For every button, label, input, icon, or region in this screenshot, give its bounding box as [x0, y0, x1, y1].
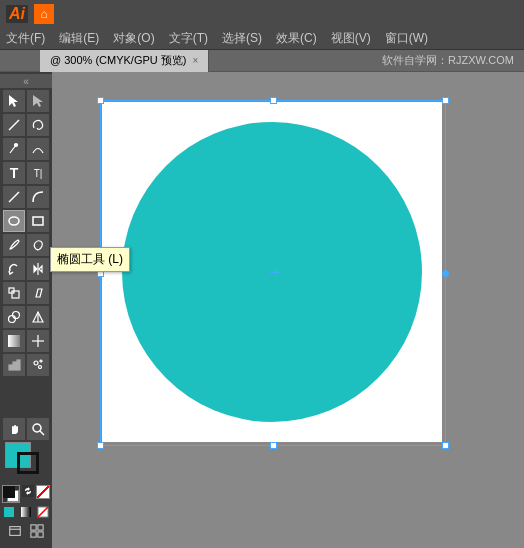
circle-shape[interactable]: [122, 122, 422, 422]
blob-brush-tool-button[interactable]: [27, 234, 49, 256]
reflect-tool-button[interactable]: [27, 258, 49, 280]
magic-wand-tool-button[interactable]: [3, 114, 25, 136]
svg-rect-30: [21, 507, 31, 517]
svg-line-3: [17, 120, 19, 122]
arrange-documents-button[interactable]: [28, 522, 46, 540]
menu-select[interactable]: 选择(S): [222, 30, 262, 47]
tab-label: @ 300% (CMYK/GPU 预览): [50, 53, 186, 68]
menu-window[interactable]: 窗口(W): [385, 30, 428, 47]
gradient-fill-button[interactable]: [19, 505, 33, 519]
type-tool-button[interactable]: T: [3, 162, 25, 184]
svg-point-24: [34, 361, 38, 365]
svg-line-5: [9, 192, 19, 202]
menu-edit[interactable]: 编辑(E): [59, 30, 99, 47]
svg-rect-29: [4, 507, 14, 517]
toolbar-bottom: [0, 418, 52, 546]
line-segment-tool-button[interactable]: [3, 186, 25, 208]
menu-view[interactable]: 视图(V): [331, 30, 371, 47]
tool-row-12: [0, 354, 52, 376]
default-colors-button[interactable]: [2, 485, 20, 503]
left-toolbar: « T: [0, 72, 52, 548]
app-logo: Ai: [6, 5, 28, 23]
menu-bar: 文件(F) 编辑(E) 对象(O) 文字(T) 选择(S) 效果(C) 视图(V…: [0, 28, 524, 50]
zoom-tool-button[interactable]: [27, 418, 49, 440]
svg-marker-10: [39, 266, 42, 272]
tool-row-4: T T|: [0, 162, 52, 184]
menu-file[interactable]: 文件(F): [6, 30, 45, 47]
shape-builder-tool-button[interactable]: [3, 306, 25, 328]
fill-stroke-area: [3, 442, 49, 484]
canvas-area[interactable]: [52, 72, 524, 548]
tab-close-button[interactable]: ×: [192, 55, 198, 66]
home-icon[interactable]: ⌂: [34, 4, 54, 24]
scale-tool-button[interactable]: [3, 282, 25, 304]
shear-tool-button[interactable]: [27, 282, 49, 304]
paintbrush-tool-button[interactable]: [3, 234, 25, 256]
swap-colors-button[interactable]: [22, 485, 34, 497]
tool-row-5: [0, 186, 52, 208]
touch-type-tool-button[interactable]: T|: [27, 162, 49, 184]
svg-rect-7: [33, 217, 43, 225]
rectangle-tool-button[interactable]: [27, 210, 49, 232]
toolbar-collapse-button[interactable]: «: [0, 74, 52, 88]
graph-tool-button[interactable]: [3, 354, 25, 376]
pen-tool-button[interactable]: [3, 138, 25, 160]
active-tab[interactable]: @ 300% (CMYK/GPU 预览) ×: [40, 50, 209, 72]
tool-row-1: [0, 90, 52, 112]
menu-effect[interactable]: 效果(C): [276, 30, 317, 47]
svg-rect-22: [13, 362, 16, 370]
svg-rect-11: [12, 291, 19, 298]
svg-line-28: [40, 431, 44, 435]
svg-point-27: [33, 424, 41, 432]
color-mode-row: [2, 505, 50, 519]
perspective-grid-tool-button[interactable]: [27, 306, 49, 328]
ellipse-tool-button[interactable]: [3, 210, 25, 232]
svg-rect-33: [10, 527, 21, 536]
svg-point-15: [13, 312, 20, 319]
svg-point-4: [15, 144, 18, 147]
rotate-tool-button[interactable]: [3, 258, 25, 280]
none-fill-button[interactable]: [36, 505, 50, 519]
tool-row-7: [0, 234, 52, 256]
direct-selection-tool-button[interactable]: [27, 90, 49, 112]
tool-row-6: [0, 210, 52, 232]
selection-tool-button[interactable]: [3, 90, 25, 112]
svg-line-2: [9, 122, 17, 130]
bw-row: [2, 485, 50, 503]
svg-rect-36: [38, 525, 43, 530]
tool-row-8: [0, 258, 52, 280]
change-screen-mode-button[interactable]: [6, 522, 24, 540]
svg-marker-9: [34, 266, 37, 272]
main-layout: « T: [0, 72, 524, 548]
stroke-color-box[interactable]: [17, 452, 39, 474]
tool-row-11: [0, 330, 52, 352]
symbol-sprayer-tool-button[interactable]: [27, 354, 49, 376]
lasso-tool-button[interactable]: [27, 114, 49, 136]
svg-rect-18: [8, 335, 20, 347]
tab-bar: @ 300% (CMYK/GPU 预览) × 软件自学网：RJZXW.COM: [0, 50, 524, 72]
svg-marker-13: [36, 289, 42, 297]
menu-object[interactable]: 对象(O): [113, 30, 154, 47]
fill-mode-button[interactable]: [2, 505, 16, 519]
svg-rect-38: [38, 532, 43, 537]
tool-row-9: [0, 282, 52, 304]
svg-point-26: [39, 366, 42, 369]
gradient-tool-button[interactable]: [3, 330, 25, 352]
svg-rect-21: [9, 365, 12, 370]
svg-marker-1: [33, 95, 43, 107]
menu-text[interactable]: 文字(T): [169, 30, 208, 47]
screen-mode-row: [6, 522, 46, 540]
tool-row-10: [0, 306, 52, 328]
none-color-button[interactable]: [36, 485, 50, 499]
mesh-tool-button[interactable]: [27, 330, 49, 352]
tab-site-label: 软件自学网：RJZXW.COM: [382, 53, 524, 68]
curvature-tool-button[interactable]: [27, 138, 49, 160]
svg-rect-35: [31, 525, 36, 530]
tool-row-hand-zoom: [0, 418, 52, 440]
arc-tool-button[interactable]: [27, 186, 49, 208]
svg-rect-23: [17, 360, 20, 370]
hand-tool-button[interactable]: [3, 418, 25, 440]
ellipse-tool-tooltip: 椭圆工具 (L): [50, 247, 130, 272]
title-bar: Ai ⌂: [0, 0, 524, 28]
svg-point-6: [9, 217, 19, 225]
